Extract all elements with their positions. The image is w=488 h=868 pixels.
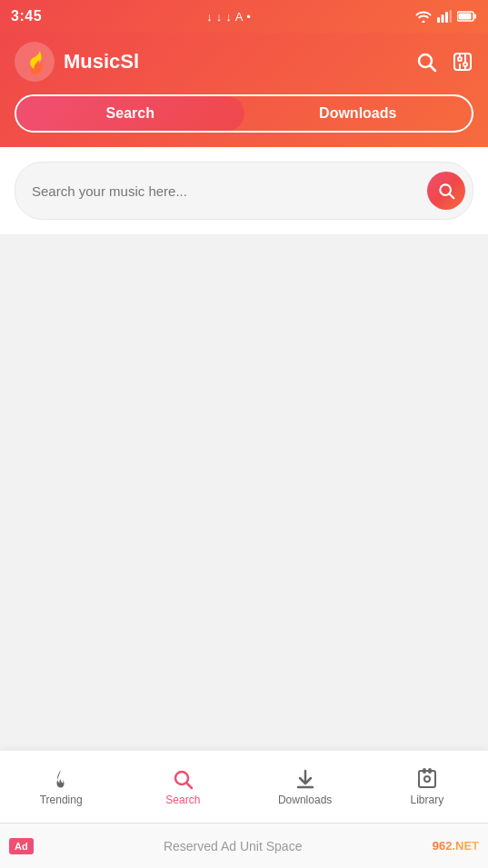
svg-rect-10 [454,54,471,70]
tab-downloads[interactable]: Downloads [244,96,473,131]
svg-rect-0 [437,17,440,23]
flame-icon [50,768,72,790]
nav-item-downloads[interactable]: Downloads [244,761,366,814]
battery-icon [457,11,477,22]
nav-item-trending[interactable]: Trending [0,761,122,814]
tab-buttons: Search Downloads [15,94,473,133]
nav-label-search: Search [165,794,200,806]
svg-rect-22 [419,771,435,787]
header-actions [415,51,473,73]
ad-text: Reserved Ad Unit Space [34,839,433,853]
svg-line-18 [450,194,454,199]
svg-point-23 [424,776,430,782]
svg-rect-25 [429,769,431,773]
download-icon-2: ↓ [216,10,223,24]
nav-label-downloads: Downloads [278,794,332,806]
app-logo [15,42,55,82]
nav-label-trending: Trending [40,794,83,806]
search-header-button[interactable] [415,51,437,73]
tab-search[interactable]: Search [16,96,244,131]
svg-line-20 [187,783,193,788]
dot-icon: • [246,10,251,24]
header-top: MusicSl [15,42,473,82]
logo-area: MusicSl [15,42,139,82]
search-submit-icon [437,182,455,200]
settings-icon [452,51,473,73]
svg-line-9 [431,66,436,72]
download-icon-3: ↓ [225,10,232,24]
ad-bar: Ad Reserved Ad Unit Space 962.NET [0,823,488,868]
status-right-icons [415,10,477,23]
wifi-icon [415,10,432,23]
ad-logo: 962.NET [433,839,479,853]
main-content [0,235,488,780]
app-title: MusicSl [64,50,139,74]
search-header-icon [415,51,437,73]
search-container [0,147,488,235]
status-icons: ↓ ↓ ↓ A • [206,10,251,24]
header: MusicSl [0,33,488,147]
search-nav-icon [172,768,194,790]
svg-rect-6 [458,14,471,20]
library-nav-icon [416,768,438,790]
download-icon-1: ↓ [206,10,213,24]
nav-item-library[interactable]: Library [366,761,488,814]
status-time: 3:45 [11,8,42,25]
signal-icon [437,10,452,23]
search-submit-button[interactable] [427,172,465,210]
search-input[interactable] [32,183,427,199]
ad-badge: Ad [9,838,34,854]
bottom-nav: Trending Search Downloads Library [0,750,488,823]
font-icon: A [235,10,244,24]
status-bar: 3:45 ↓ ↓ ↓ A • [0,0,488,33]
svg-rect-5 [473,15,476,19]
svg-rect-24 [423,769,425,773]
svg-rect-3 [449,10,452,23]
settings-button[interactable] [452,51,473,73]
nav-label-library: Library [411,794,444,806]
svg-rect-2 [445,12,448,23]
search-box [15,162,473,220]
nav-item-search[interactable]: Search [122,761,244,814]
svg-rect-1 [441,15,443,23]
download-nav-icon [294,768,316,790]
